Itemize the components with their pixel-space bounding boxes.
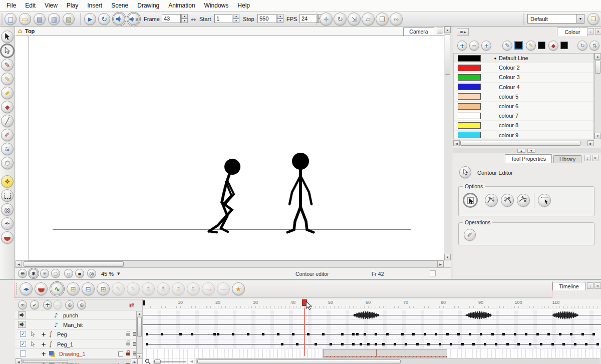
new-scene-button[interactable]: □ (5, 13, 17, 25)
toolbar-handle[interactable] (316, 14, 317, 25)
current-pencil-swatch[interactable] (538, 42, 545, 49)
select-transform-tool[interactable] (1, 189, 14, 202)
lasso-marquee-option[interactable] (464, 194, 477, 207)
keyframe[interactable] (517, 343, 520, 345)
render-preview-button[interactable]: ◎ (87, 269, 96, 278)
keyframe[interactable] (356, 333, 359, 335)
close-panel-button[interactable]: × (592, 155, 598, 161)
keyframe[interactable] (352, 333, 355, 335)
keyframe[interactable] (277, 333, 279, 335)
backlight-button[interactable]: ○ (51, 269, 60, 278)
hand-tool[interactable] (1, 157, 14, 169)
menu-item-play[interactable]: Play (62, 2, 83, 9)
panel-splitter[interactable]: ▲ ▼ (453, 148, 601, 153)
menu-item-animation[interactable]: Animation (164, 2, 199, 9)
add-peg-button[interactable]: ⊕ (65, 300, 74, 309)
keyframe[interactable] (401, 333, 404, 335)
straight-handle-option[interactable] (517, 194, 530, 207)
stop-input[interactable] (257, 14, 276, 23)
layer-list-vscroll[interactable]: ▲ ▼ (136, 311, 142, 359)
start-input[interactable] (214, 14, 232, 23)
layer-enable-checkbox[interactable]: ✓ (20, 341, 26, 347)
keyframe[interactable] (375, 343, 377, 345)
keyframe[interactable] (405, 343, 407, 345)
speaker-button[interactable] (18, 311, 26, 318)
rotate-view-tool[interactable]: ◎ (1, 203, 14, 216)
keyframe[interactable] (480, 333, 482, 335)
scroll-right-button[interactable]: ▶ (132, 358, 138, 364)
spline-offset-button[interactable]: ∾ (390, 13, 403, 26)
keyframe[interactable] (364, 333, 366, 335)
colour-swatch[interactable] (458, 84, 481, 90)
gradient-swap-button[interactable]: ⇅ (589, 41, 599, 51)
open-button[interactable]: ▭ (19, 13, 31, 25)
keyframe[interactable] (146, 333, 148, 335)
keyframe[interactable] (341, 333, 344, 335)
previous-keyframe-button[interactable]: ◀KF (172, 282, 185, 295)
keyframe[interactable] (352, 343, 355, 345)
menu-item-help[interactable]: Help (233, 2, 254, 9)
set-motion-keyframe-button[interactable]: ↝ (202, 282, 215, 295)
keyframe[interactable] (424, 333, 426, 335)
lock-icon[interactable] (126, 333, 130, 336)
keyframe[interactable] (514, 333, 516, 335)
canvas-vertical-scrollbar[interactable]: ▲ ▼ (444, 27, 451, 260)
colour-swatch[interactable] (458, 113, 481, 119)
layer-pane-hscroll[interactable] (22, 359, 131, 363)
scroll-left-button[interactable]: ◀ (190, 359, 193, 363)
keyframe[interactable] (562, 343, 565, 345)
scroll-down-button[interactable]: ▼ (444, 254, 451, 260)
toolbar-handle[interactable] (523, 14, 524, 25)
scroll-down-button[interactable]: ▼ (594, 133, 601, 139)
save-version-button[interactable]: ▧ (63, 13, 75, 25)
scrollbar-thumb[interactable] (197, 359, 401, 363)
scroll-left-button[interactable]: ◀ (453, 140, 460, 146)
add-texture-button[interactable]: + (481, 41, 491, 51)
show-grid-button[interactable]: ✱ (29, 269, 38, 278)
translate-tool-button[interactable]: ✛ (320, 13, 333, 26)
keyframe[interactable] (502, 333, 505, 335)
keyframe[interactable] (341, 343, 344, 345)
colour-row-4[interactable]: Colour 4 (454, 83, 593, 92)
keyframe[interactable] (559, 333, 561, 335)
scrollbar-thumb[interactable] (595, 61, 600, 74)
frame-down[interactable]: ▼ (181, 19, 188, 23)
scrollbar-thumb[interactable] (445, 35, 450, 75)
keyframe[interactable] (457, 333, 460, 335)
menu-item-view[interactable]: View (40, 2, 62, 9)
zoom-dropdown-arrow[interactable]: ▼ (117, 272, 120, 276)
smooth-contour-option[interactable] (485, 194, 498, 207)
scroll-up-button[interactable]: ▲ (444, 27, 451, 33)
contour-editor-tool[interactable] (1, 45, 14, 57)
add-keyframe-button[interactable]: ◆KF (142, 282, 155, 295)
layer-enable-checkbox[interactable] (20, 350, 26, 356)
link-colours-button[interactable]: ↻ (577, 41, 587, 51)
timeline-hscroll[interactable] (196, 358, 599, 364)
keyframe[interactable] (412, 333, 415, 335)
keyframe[interactable] (547, 333, 550, 335)
track-drawing1[interactable] (143, 349, 601, 358)
enable-layers-button[interactable]: ✔ (30, 300, 39, 309)
reset-view-button[interactable]: ⊕ (18, 269, 27, 278)
statusbar-checkbox[interactable] (430, 270, 436, 276)
keyframe[interactable] (450, 343, 452, 345)
menu-item-scene[interactable]: Scene (107, 2, 133, 9)
tool-colours-button[interactable]: ✳ (40, 269, 49, 278)
colour-swatch[interactable] (458, 55, 481, 62)
menu-item-file[interactable]: File (2, 2, 21, 9)
keyframe[interactable] (529, 343, 531, 345)
paint-tool[interactable]: ◆ (1, 101, 14, 113)
colour-row-8[interactable]: colour 8 (454, 121, 593, 130)
workspace-manager-button[interactable]: ❒ (587, 13, 599, 25)
keyframe[interactable] (146, 343, 148, 345)
keyframe[interactable] (191, 333, 193, 335)
rotate-tool-button[interactable]: ↻ (334, 13, 347, 26)
add-drawing-layer-button[interactable]: ⊞ (67, 282, 80, 295)
keyframe[interactable] (585, 343, 587, 345)
keyframe[interactable] (213, 333, 216, 335)
add-element-button[interactable]: ⊕ (77, 300, 86, 309)
speaker-button[interactable] (18, 321, 26, 328)
layer-row-peg[interactable]: ✓ + ∫ Peg (15, 329, 142, 339)
colour-row-9[interactable]: colour 9 (454, 131, 593, 140)
timeline-zoom-slider[interactable] (153, 361, 186, 362)
